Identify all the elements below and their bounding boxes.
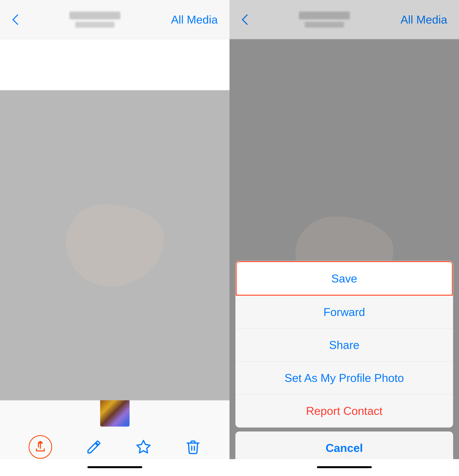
share-icon[interactable] [29,435,52,459]
left-all-media-button[interactable]: All Media [171,13,218,26]
draw-button[interactable] [86,439,102,455]
right-panel: All Media Save Forward Share Set As My [230,0,459,476]
home-indicator-right [317,466,372,468]
left-photo-area [0,90,230,400]
left-nav-bar: All Media [0,0,230,39]
left-nav-subtitle-blurred [75,22,115,28]
action-save-button[interactable]: Save [236,261,453,296]
left-photo-blob [66,204,164,287]
thumbnail-image[interactable] [100,397,130,426]
action-report-contact-button[interactable]: Report Contact [236,394,453,427]
action-forward-button[interactable]: Forward [236,296,453,329]
action-share-button[interactable]: Share [236,329,453,361]
action-sheet: Save Forward Share Set As My Profile Pho… [235,261,453,464]
left-nav-title-blurred [69,12,120,19]
star-button[interactable] [136,439,151,455]
action-sheet-main-group: Save Forward Share Set As My Profile Pho… [235,261,453,428]
left-white-strip [0,39,230,90]
left-back-button[interactable] [12,13,19,26]
left-panel: All Media [0,0,230,476]
action-set-profile-photo-button[interactable]: Set As My Profile Photo [236,361,453,394]
left-bottom-toolbar [0,400,230,459]
svg-marker-1 [137,440,150,453]
share-button[interactable] [29,435,52,459]
left-nav-title-area [69,12,120,28]
home-indicator-left [87,466,142,468]
trash-button[interactable] [185,439,201,455]
action-sheet-overlay: Save Forward Share Set As My Profile Pho… [230,0,459,476]
